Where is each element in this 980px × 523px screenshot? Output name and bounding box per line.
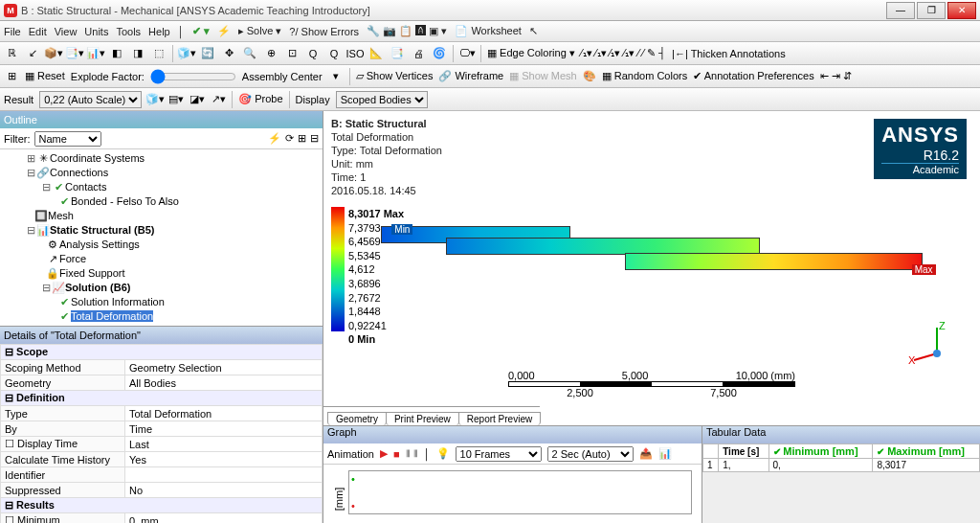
misc-icons[interactable]: 🔧 📷 📋 🅰 ▣ ▾ <box>367 25 447 37</box>
annotation-prefs-button[interactable]: ✔ Annotation Preferences <box>693 70 813 82</box>
refresh-icon[interactable]: ⟳ <box>285 132 294 145</box>
tb2-ic[interactable]: Q <box>305 46 321 61</box>
tabular-table[interactable]: Time [s] ✔ Minimum [mm] ✔ Maximum [mm] 1… <box>702 443 980 472</box>
outline-tree[interactable]: ⊞✳Coordinate Systems ⊟🔗Connections ⊟✔Con… <box>0 149 323 326</box>
pan-icon[interactable]: ✥ <box>221 46 236 61</box>
filter-icon[interactable]: ⚡ <box>268 132 281 145</box>
lightning-icon[interactable]: ⚡ <box>217 25 231 37</box>
explode-slider[interactable] <box>150 69 236 84</box>
cell-max[interactable]: 8,3017 <box>873 459 980 472</box>
pointer-icon[interactable]: ↖ <box>529 25 538 37</box>
row-scoping-v[interactable]: Geometry Selection <box>125 360 323 375</box>
tree-static[interactable]: Static Structural (B5) <box>50 224 154 236</box>
cell-time[interactable]: 1, <box>719 459 768 472</box>
tree-bonded[interactable]: Bonded - Felso To Also <box>71 195 179 207</box>
show-errors-button[interactable]: ?/ Show Errors <box>289 26 359 37</box>
random-colors-button[interactable]: ▦ Random Colors <box>602 70 687 82</box>
menu-tools[interactable]: Tools <box>116 26 141 37</box>
contour-icon[interactable]: ▤▾ <box>168 92 184 107</box>
show-vertices-button[interactable]: ▱ Show Vertices <box>356 70 434 82</box>
tb3-ic[interactable]: ⊞ <box>4 69 19 84</box>
tb2-ic[interactable]: 🌀 <box>432 46 447 61</box>
tree-totaldef[interactable]: Total Deformation <box>71 310 153 322</box>
tb2-ic[interactable]: ◨ <box>130 46 145 61</box>
print-icon[interactable]: 🖨 <box>411 46 426 61</box>
row-supp-v[interactable]: No <box>125 483 323 498</box>
minimize-button[interactable]: — <box>886 2 915 19</box>
tree-conn[interactable]: Connections <box>50 167 108 178</box>
wireframe-button[interactable]: 🔗 Wireframe <box>438 70 503 82</box>
tab-report-preview[interactable]: Report Preview <box>458 412 541 425</box>
details-grid[interactable]: ⊟ Scope Scoping MethodGeometry Selection… <box>0 344 323 523</box>
tb2-ic[interactable]: 📦▾ <box>46 46 61 61</box>
tree-solution[interactable]: Solution (B6) <box>65 282 130 293</box>
axis-triad[interactable]: Z X <box>908 320 956 368</box>
tree-solinfo[interactable]: Solution Information <box>71 296 165 307</box>
tree-mesh[interactable]: Mesh <box>48 210 74 221</box>
iso2-icon[interactable]: ◪▾ <box>189 92 205 107</box>
menu-edit[interactable]: Edit <box>29 26 47 37</box>
solve-button[interactable]: ▸ Solve ▾ <box>238 25 282 37</box>
palette-icon[interactable]: 🎨 <box>583 70 596 82</box>
export-icon[interactable]: 📤 <box>639 447 653 460</box>
cube2-icon[interactable]: 🧊▾ <box>147 92 163 107</box>
edge-coloring-button[interactable]: ▦ Edge Coloring ▾ <box>487 47 575 59</box>
zoom-fit-icon[interactable]: ⊡ <box>284 46 300 61</box>
menu-file[interactable]: File <box>4 26 21 37</box>
tree-contacts[interactable]: Contacts <box>65 181 106 193</box>
play-icon[interactable]: ▶ <box>380 447 388 460</box>
anim-mode-icons[interactable]: ⫴ ⫴ <box>406 447 418 460</box>
thicken-annotations-button[interactable]: |←| Thicken Annotations <box>672 48 786 59</box>
row-by-v[interactable]: Time <box>125 421 323 437</box>
stop-icon[interactable]: ■ <box>393 448 400 460</box>
collapse-icon[interactable]: ⊟ <box>310 132 319 145</box>
bulb-icon[interactable]: 💡 <box>436 447 450 460</box>
vector-icon[interactable]: ↗▾ <box>211 92 226 107</box>
row-hist-v[interactable]: Yes <box>125 452 323 467</box>
tb2-ic[interactable]: 📑 <box>390 46 405 61</box>
show-mesh-button[interactable]: ▦ Show Mesh <box>509 70 577 82</box>
graph-area[interactable]: [mm] • • [s] <box>323 465 702 523</box>
menu-view[interactable]: View <box>55 26 78 37</box>
tb2-ic[interactable]: ↙ <box>25 46 40 61</box>
view-icon[interactable]: 🖵▾ <box>459 46 475 61</box>
menu-units[interactable]: Units <box>84 26 108 37</box>
cube-icon[interactable]: 🧊▾ <box>179 46 194 61</box>
edge-styles[interactable]: ⁄₁▾ ⁄₁▾ ⁄₁▾ ⁄₁▾ ⁄ ⁄ ✎ ┤ <box>581 47 666 59</box>
zoom-ext-icon[interactable]: ⊕ <box>263 46 278 61</box>
row-disptime-v[interactable]: Last <box>125 437 323 452</box>
row-ident-v[interactable] <box>125 467 323 483</box>
filter-select[interactable]: Name <box>34 131 101 147</box>
tab-geometry[interactable]: Geometry <box>327 412 387 425</box>
chart-icon[interactable]: 📊 <box>658 447 672 460</box>
row-geom-v[interactable]: All Bodies <box>125 375 323 391</box>
worksheet-button[interactable]: 📄 Worksheet <box>455 25 521 37</box>
maximize-button[interactable]: ❐ <box>917 2 946 19</box>
check-icon[interactable]: ✔ ▾ <box>192 25 210 37</box>
cell-min[interactable]: 0, <box>768 459 873 472</box>
speed-select[interactable]: 2 Sec (Auto) <box>547 446 634 462</box>
probe-button[interactable]: 🎯 Probe <box>238 93 282 105</box>
tb2-ic[interactable]: Q <box>326 46 342 61</box>
close-button[interactable]: ✕ <box>947 2 976 19</box>
tree-coord[interactable]: Coordinate Systems <box>50 152 145 164</box>
rotate-icon[interactable]: 🔄 <box>200 46 215 61</box>
tb2-ic[interactable]: 📑▾ <box>67 46 82 61</box>
tab-print-preview[interactable]: Print Preview <box>386 412 459 425</box>
menu-help[interactable]: Help <box>148 26 170 37</box>
tree-fixed[interactable]: Fixed Support <box>59 267 124 279</box>
row-type-v[interactable]: Total Deformation <box>125 406 323 421</box>
tb2-ic[interactable]: 📐 <box>368 46 384 61</box>
frames-select[interactable]: 10 Frames <box>456 446 542 462</box>
scale-select[interactable]: 0,22 (Auto Scale) <box>39 91 142 108</box>
expand-icon[interactable]: ⊞ <box>298 132 306 145</box>
scoped-select[interactable]: Scoped Bodies <box>336 91 428 108</box>
assembly-center-button[interactable]: Assembly Center <box>242 71 323 82</box>
viewport[interactable]: ANSYS R16.2 Academic B: Static Structura… <box>323 111 980 425</box>
tb2-ic[interactable]: 📊▾ <box>88 46 103 61</box>
tb2-ic[interactable]: ◧ <box>109 46 124 61</box>
cell-idx[interactable]: 1 <box>703 459 719 472</box>
tree-analysis[interactable]: Analysis Settings <box>59 239 140 250</box>
tree-force[interactable]: Force <box>59 253 86 264</box>
tb2-ic[interactable]: ℝ <box>4 46 19 61</box>
